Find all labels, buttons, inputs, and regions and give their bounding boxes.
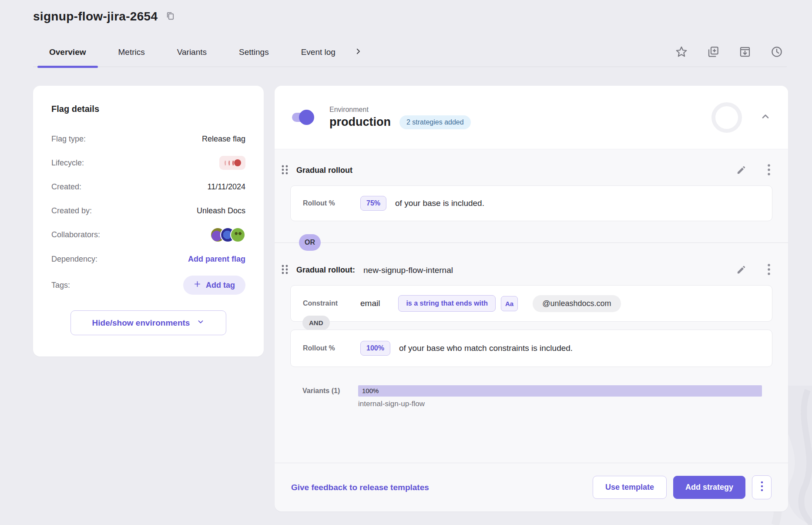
constraint-card: Constraint email is a string that ends w…: [290, 285, 772, 322]
created-by-value: Unleash Docs: [197, 206, 245, 215]
tab-variants[interactable]: Variants: [161, 37, 223, 67]
metrics-ring: [711, 102, 742, 133]
archive-icon: [738, 45, 752, 58]
collapse-environment-button[interactable]: [760, 111, 771, 123]
strategy-menu-button[interactable]: [767, 263, 771, 277]
environment-info: Environment production 2 strategies adde…: [329, 106, 471, 129]
chevron-up-icon: [760, 111, 771, 123]
kebab-icon: [767, 163, 771, 178]
collaborator-avatars[interactable]: [210, 227, 245, 242]
use-template-button[interactable]: Use template: [593, 476, 667, 499]
plus-icon: [194, 280, 201, 290]
created-row: Created: 11/11/2024: [51, 179, 245, 194]
edit-strategy-button[interactable]: [736, 165, 746, 176]
created-value: 11/11/2024: [208, 182, 245, 192]
edit-strategy-button[interactable]: [736, 265, 746, 276]
tab-bar: Overview Metrics Variants Settings Event…: [33, 37, 787, 67]
dependency-row: Dependency: Add parent flag: [51, 252, 245, 266]
tab-metrics[interactable]: Metrics: [102, 37, 161, 67]
strategy-1-title: Gradual rollout: [296, 166, 352, 175]
created-label: Created:: [51, 182, 81, 192]
tab-settings[interactable]: Settings: [223, 37, 285, 67]
copy-name-button[interactable]: [165, 11, 175, 22]
flag-overview-page: signup-flow-jira-2654 Overview Metrics V…: [0, 0, 812, 525]
kebab-icon: [761, 481, 763, 494]
feedback-link[interactable]: Give feedback to release templates: [291, 483, 429, 492]
flag-type-label: Flag type:: [51, 135, 86, 144]
hide-show-label: Hide/show environments: [92, 318, 190, 328]
variants-row: Variants (1) 100%: [302, 385, 762, 397]
lifecycle-row: Lifecycle:: [51, 155, 245, 170]
favorite-button[interactable]: [675, 45, 688, 58]
tab-overview[interactable]: Overview: [33, 37, 102, 67]
strategy-2-rollout-card: Rollout % 100% of your base who match co…: [290, 330, 772, 367]
kebab-icon: [767, 263, 771, 277]
case-sensitive-badge: Aa: [501, 296, 518, 311]
created-by-label: Created by:: [51, 206, 92, 215]
drag-handle-icon[interactable]: [281, 164, 289, 177]
copy-flag-button[interactable]: [707, 45, 720, 58]
constraint-operator-badge: is a string that ends with: [398, 295, 496, 312]
variant-distribution-bar: 100%: [358, 385, 762, 397]
strategy-menu-button[interactable]: [767, 163, 771, 178]
flag-type-row: Flag type: Release flag: [51, 131, 245, 146]
strategy-1-rollout-card: Rollout % 75% of your base is included.: [290, 185, 772, 221]
variants-label: Variants (1): [302, 387, 358, 395]
lifecycle-wave-icon: [228, 160, 232, 166]
constraint-value-pill: @unleashdocs.com: [533, 295, 621, 312]
history-button[interactable]: [770, 45, 783, 58]
archive-button[interactable]: [738, 45, 752, 58]
lifecycle-live-badge[interactable]: [219, 156, 245, 170]
environment-panel: Environment production 2 strategies adde…: [275, 86, 788, 512]
chevron-down-icon: [197, 318, 205, 328]
star-icon: [675, 45, 688, 58]
more-actions-button[interactable]: [752, 475, 772, 499]
created-by-row: Created by: Unleash Docs: [51, 203, 245, 218]
environment-toggle[interactable]: [292, 113, 313, 122]
page-header: signup-flow-jira-2654: [33, 10, 175, 24]
copy-icon: [165, 11, 175, 22]
rollout-label: Rollout %: [303, 199, 352, 207]
environment-name: production: [329, 115, 391, 129]
rollout-percentage-badge: 75%: [360, 196, 386, 211]
page-title: signup-flow-jira-2654: [33, 10, 158, 24]
pencil-icon: [736, 165, 746, 176]
strategy-1-header: Gradual rollout: [275, 149, 788, 185]
flag-details-panel: Flag details Flag type: Release flag Lif…: [33, 86, 264, 357]
tab-event-log[interactable]: Event log: [285, 37, 352, 67]
flag-details-title: Flag details: [51, 104, 245, 114]
constraint-label: Constraint: [303, 300, 352, 307]
environment-header: Environment production 2 strategies adde…: [275, 86, 788, 149]
strategies-count-badge: 2 strategies added: [399, 115, 471, 129]
rollout-description: of your base is included.: [395, 199, 484, 208]
tags-row: Tags: Add tag: [51, 276, 245, 295]
add-tag-button[interactable]: Add tag: [183, 276, 245, 295]
strategy-2-title: Gradual rollout:: [296, 266, 355, 275]
strategy-separator: OR: [275, 228, 788, 257]
rollout-percentage-badge: 100%: [360, 341, 390, 356]
collaborator-avatar: [230, 227, 245, 242]
environment-label: Environment: [329, 106, 471, 114]
drag-handle-icon[interactable]: [281, 264, 289, 277]
flag-type-value: Release flag: [202, 135, 245, 144]
add-strategy-button[interactable]: Add strategy: [673, 476, 745, 499]
lifecycle-wave-icon: [232, 160, 235, 166]
lifecycle-wave-icon: [225, 160, 228, 166]
rollout-description: of your base who match constraints is in…: [399, 343, 573, 353]
duplicate-add-icon: [707, 45, 720, 58]
and-badge: AND: [302, 316, 330, 330]
variant-name: internal-sign-up-flow: [358, 400, 762, 408]
lifecycle-label: Lifecycle:: [51, 158, 84, 168]
tags-label: Tags:: [51, 281, 70, 290]
dependency-label: Dependency:: [51, 255, 97, 264]
hide-show-environments-button[interactable]: Hide/show environments: [70, 310, 226, 335]
toggle-knob: [299, 110, 314, 125]
add-parent-flag-link[interactable]: Add parent flag: [188, 255, 245, 264]
rollout-label: Rollout %: [303, 344, 352, 352]
strategy-2-body: Constraint email is a string that ends w…: [275, 285, 788, 367]
pencil-icon: [736, 265, 746, 276]
collaborators-row: Collaborators:: [51, 227, 245, 242]
flag-actions: [675, 45, 783, 58]
tabs-overflow-button[interactable]: [354, 47, 362, 57]
or-badge: OR: [299, 234, 321, 251]
